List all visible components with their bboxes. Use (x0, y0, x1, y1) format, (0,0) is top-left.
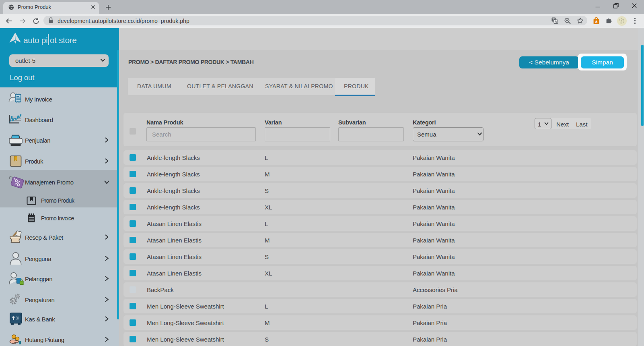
svg-text:a: a (595, 19, 598, 24)
